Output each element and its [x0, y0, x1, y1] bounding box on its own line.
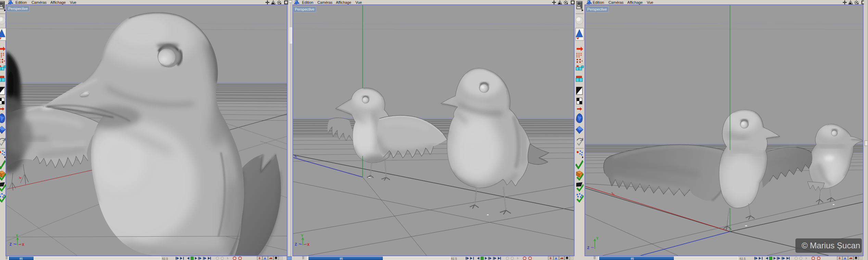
svg-text:85: 85	[20, 257, 23, 260]
svg-text:X: X	[22, 243, 24, 247]
svg-text:Z: Z	[295, 243, 297, 246]
svg-text:82.5: 82.5	[740, 257, 746, 260]
svg-text:© Marius Șucan: © Marius Șucan	[802, 241, 860, 250]
svg-text:85: 85	[631, 257, 634, 260]
svg-text:Y: Y	[596, 237, 599, 240]
svg-text:Y: Y	[16, 234, 18, 238]
svg-text:X: X	[307, 243, 310, 247]
svg-text:82.5: 82.5	[162, 257, 168, 260]
svg-text:Y: Y	[301, 234, 303, 238]
svg-text:Z: Z	[587, 246, 589, 250]
svg-text:85: 85	[340, 257, 343, 260]
svg-text:Z: Z	[10, 243, 12, 246]
svg-text:82.5: 82.5	[451, 257, 457, 260]
